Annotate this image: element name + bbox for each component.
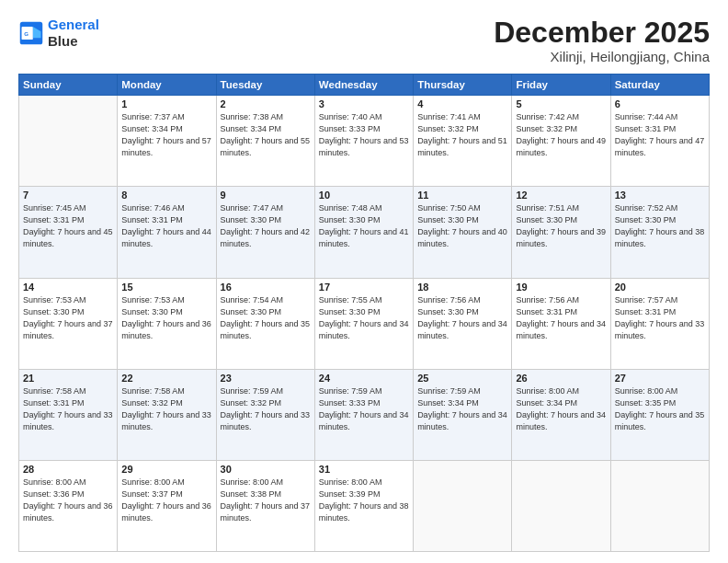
day-info: Sunrise: 7:59 AM Sunset: 3:34 PM Dayligh… (417, 385, 507, 433)
calendar-cell: 2Sunrise: 7:38 AM Sunset: 3:34 PM Daylig… (216, 96, 314, 187)
calendar-cell: 20Sunrise: 7:57 AM Sunset: 3:31 PM Dayli… (610, 278, 709, 369)
day-number: 31 (319, 464, 409, 475)
calendar-cell: 19Sunrise: 7:56 AM Sunset: 3:31 PM Dayli… (512, 278, 610, 369)
day-info: Sunrise: 7:38 AM Sunset: 3:34 PM Dayligh… (221, 111, 311, 159)
weekday-header: Friday (512, 75, 610, 96)
calendar-week-row: 1Sunrise: 7:37 AM Sunset: 3:34 PM Daylig… (19, 96, 710, 187)
page: G General Blue December 2025 Xilinji, He… (0, 0, 728, 563)
day-info: Sunrise: 7:52 AM Sunset: 3:30 PM Dayligh… (615, 202, 705, 250)
day-info: Sunrise: 7:42 AM Sunset: 3:32 PM Dayligh… (516, 111, 606, 159)
day-info: Sunrise: 7:55 AM Sunset: 3:30 PM Dayligh… (319, 294, 409, 342)
day-number: 30 (221, 464, 311, 475)
day-info: Sunrise: 7:40 AM Sunset: 3:33 PM Dayligh… (319, 111, 409, 159)
calendar-cell (19, 96, 118, 187)
calendar-week-row: 21Sunrise: 7:58 AM Sunset: 3:31 PM Dayli… (19, 369, 710, 460)
day-info: Sunrise: 7:37 AM Sunset: 3:34 PM Dayligh… (121, 111, 211, 159)
day-number: 14 (23, 282, 113, 293)
calendar-table: SundayMondayTuesdayWednesdayThursdayFrid… (18, 74, 710, 552)
header: G General Blue December 2025 Xilinji, He… (18, 17, 710, 64)
weekday-header: Sunday (19, 75, 118, 96)
logo-line1: General (48, 17, 99, 32)
day-info: Sunrise: 7:58 AM Sunset: 3:32 PM Dayligh… (121, 385, 211, 433)
calendar-cell: 23Sunrise: 7:59 AM Sunset: 3:32 PM Dayli… (216, 369, 314, 460)
day-info: Sunrise: 7:54 AM Sunset: 3:30 PM Dayligh… (221, 294, 311, 342)
day-info: Sunrise: 7:59 AM Sunset: 3:32 PM Dayligh… (221, 385, 311, 433)
calendar-cell: 12Sunrise: 7:51 AM Sunset: 3:30 PM Dayli… (512, 187, 610, 278)
main-title: December 2025 (494, 17, 710, 49)
svg-text:G: G (24, 30, 28, 37)
calendar-cell: 27Sunrise: 8:00 AM Sunset: 3:35 PM Dayli… (610, 369, 709, 460)
day-info: Sunrise: 7:59 AM Sunset: 3:33 PM Dayligh… (319, 385, 409, 433)
logo: G General Blue (18, 17, 99, 50)
day-number: 22 (121, 373, 211, 384)
day-info: Sunrise: 7:45 AM Sunset: 3:31 PM Dayligh… (23, 202, 113, 250)
calendar-cell: 30Sunrise: 8:00 AM Sunset: 3:38 PM Dayli… (216, 460, 314, 551)
day-info: Sunrise: 7:56 AM Sunset: 3:30 PM Dayligh… (417, 294, 507, 342)
logo-text: General Blue (48, 17, 99, 50)
weekday-header: Wednesday (314, 75, 413, 96)
day-info: Sunrise: 8:00 AM Sunset: 3:35 PM Dayligh… (615, 385, 705, 433)
weekday-header: Monday (118, 75, 216, 96)
day-number: 15 (121, 282, 211, 293)
calendar-cell (414, 460, 512, 551)
day-number: 25 (417, 373, 507, 384)
calendar-cell: 29Sunrise: 8:00 AM Sunset: 3:37 PM Dayli… (118, 460, 216, 551)
day-info: Sunrise: 8:00 AM Sunset: 3:39 PM Dayligh… (319, 477, 409, 524)
calendar-cell (610, 460, 709, 551)
day-info: Sunrise: 8:00 AM Sunset: 3:36 PM Dayligh… (23, 477, 113, 524)
calendar-week-row: 28Sunrise: 8:00 AM Sunset: 3:36 PM Dayli… (19, 460, 710, 551)
day-number: 10 (319, 190, 409, 201)
calendar-header-row: SundayMondayTuesdayWednesdayThursdayFrid… (19, 75, 710, 96)
day-info: Sunrise: 7:50 AM Sunset: 3:30 PM Dayligh… (417, 202, 507, 250)
calendar-cell: 11Sunrise: 7:50 AM Sunset: 3:30 PM Dayli… (414, 187, 512, 278)
day-number: 26 (516, 373, 606, 384)
day-number: 13 (615, 190, 705, 201)
day-info: Sunrise: 7:46 AM Sunset: 3:31 PM Dayligh… (121, 202, 211, 250)
weekday-header: Thursday (414, 75, 512, 96)
day-number: 7 (23, 190, 113, 201)
calendar-cell: 9Sunrise: 7:47 AM Sunset: 3:30 PM Daylig… (216, 187, 314, 278)
calendar-cell: 22Sunrise: 7:58 AM Sunset: 3:32 PM Dayli… (118, 369, 216, 460)
day-number: 4 (417, 98, 507, 109)
calendar-cell: 26Sunrise: 8:00 AM Sunset: 3:34 PM Dayli… (512, 369, 610, 460)
calendar-cell: 25Sunrise: 7:59 AM Sunset: 3:34 PM Dayli… (414, 369, 512, 460)
day-info: Sunrise: 7:56 AM Sunset: 3:31 PM Dayligh… (516, 294, 606, 342)
calendar-cell: 24Sunrise: 7:59 AM Sunset: 3:33 PM Dayli… (314, 369, 413, 460)
calendar-cell: 6Sunrise: 7:44 AM Sunset: 3:31 PM Daylig… (610, 96, 709, 187)
day-number: 9 (221, 190, 311, 201)
logo-icon: G (18, 20, 44, 46)
calendar-cell: 3Sunrise: 7:40 AM Sunset: 3:33 PM Daylig… (314, 96, 413, 187)
calendar-cell: 18Sunrise: 7:56 AM Sunset: 3:30 PM Dayli… (414, 278, 512, 369)
day-info: Sunrise: 7:48 AM Sunset: 3:30 PM Dayligh… (319, 202, 409, 250)
subtitle: Xilinji, Heilongjiang, China (494, 49, 710, 64)
day-number: 8 (121, 190, 211, 201)
day-number: 21 (23, 373, 113, 384)
calendar-cell: 17Sunrise: 7:55 AM Sunset: 3:30 PM Dayli… (314, 278, 413, 369)
calendar-cell: 1Sunrise: 7:37 AM Sunset: 3:34 PM Daylig… (118, 96, 216, 187)
day-number: 29 (121, 464, 211, 475)
calendar-cell (512, 460, 610, 551)
day-number: 27 (615, 373, 705, 384)
day-info: Sunrise: 7:51 AM Sunset: 3:30 PM Dayligh… (516, 202, 606, 250)
day-info: Sunrise: 7:41 AM Sunset: 3:32 PM Dayligh… (417, 111, 507, 159)
day-info: Sunrise: 7:53 AM Sunset: 3:30 PM Dayligh… (23, 294, 113, 342)
day-info: Sunrise: 7:44 AM Sunset: 3:31 PM Dayligh… (615, 111, 705, 159)
calendar-week-row: 7Sunrise: 7:45 AM Sunset: 3:31 PM Daylig… (19, 187, 710, 278)
calendar-cell: 16Sunrise: 7:54 AM Sunset: 3:30 PM Dayli… (216, 278, 314, 369)
calendar-cell: 4Sunrise: 7:41 AM Sunset: 3:32 PM Daylig… (414, 96, 512, 187)
weekday-header: Tuesday (216, 75, 314, 96)
calendar-cell: 15Sunrise: 7:53 AM Sunset: 3:30 PM Dayli… (118, 278, 216, 369)
calendar-cell: 31Sunrise: 8:00 AM Sunset: 3:39 PM Dayli… (314, 460, 413, 551)
calendar-cell: 8Sunrise: 7:46 AM Sunset: 3:31 PM Daylig… (118, 187, 216, 278)
day-number: 19 (516, 282, 606, 293)
day-number: 17 (319, 282, 409, 293)
day-number: 5 (516, 98, 606, 109)
calendar-week-row: 14Sunrise: 7:53 AM Sunset: 3:30 PM Dayli… (19, 278, 710, 369)
calendar-cell: 5Sunrise: 7:42 AM Sunset: 3:32 PM Daylig… (512, 96, 610, 187)
day-number: 24 (319, 373, 409, 384)
calendar-cell: 14Sunrise: 7:53 AM Sunset: 3:30 PM Dayli… (19, 278, 118, 369)
day-number: 1 (121, 98, 211, 109)
day-info: Sunrise: 8:00 AM Sunset: 3:34 PM Dayligh… (516, 385, 606, 433)
calendar-cell: 10Sunrise: 7:48 AM Sunset: 3:30 PM Dayli… (314, 187, 413, 278)
day-number: 2 (221, 98, 311, 109)
